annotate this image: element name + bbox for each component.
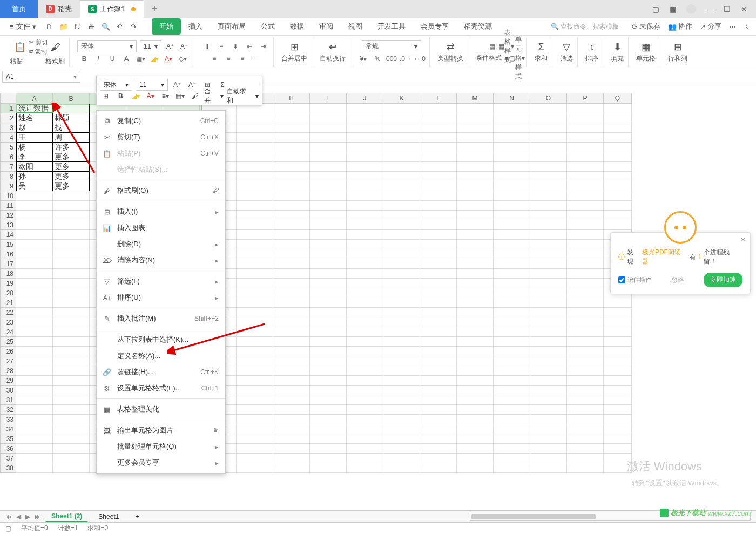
cell[interactable] [494,230,530,240]
cell[interactable] [457,376,494,386]
cell[interactable] [604,104,632,113]
cell[interactable] [567,424,604,434]
ctx-comment[interactable]: ✎插入批注(M)Shift+F2 [97,310,225,327]
ctx-batch[interactable]: 批量处理单元格(Q)▸ [97,438,225,455]
cell[interactable] [310,211,347,220]
cell[interactable] [310,133,347,143]
typeconv-icon[interactable]: ⇄ [447,41,455,53]
cell[interactable] [530,143,567,152]
cell[interactable] [347,152,383,162]
cell[interactable] [273,104,310,113]
cell[interactable] [16,434,53,444]
cell[interactable] [567,298,604,308]
font-color-icon[interactable]: A▾ [163,53,174,64]
cell[interactable] [310,181,347,191]
cell[interactable] [604,347,632,356]
strike-icon[interactable]: A̶ [121,53,132,64]
cell[interactable] [310,376,347,386]
cell[interactable] [494,434,530,444]
ctx-delete[interactable]: 删除(D)▸ [97,236,225,252]
cell[interactable] [494,172,530,181]
cell[interactable] [383,405,420,415]
cell[interactable] [567,191,604,201]
border-icon[interactable]: ▦▾ [135,53,146,64]
cell[interactable] [457,415,494,424]
cell[interactable] [457,366,494,376]
cell[interactable] [420,327,457,337]
toast-close-icon[interactable]: ✕ [740,236,746,244]
mini-fillcolor-icon[interactable]: ◢▾ [130,90,141,102]
cell[interactable] [16,269,53,279]
fill-icon[interactable]: ⬇ [613,41,622,53]
cell[interactable] [383,181,420,191]
cell[interactable] [530,113,567,123]
cell[interactable] [420,220,457,230]
cell[interactable] [53,463,90,473]
cell[interactable] [16,337,53,347]
cell[interactable] [494,327,530,337]
cell[interactable] [420,191,457,201]
font-family-select[interactable]: 宋体▾ [77,40,137,52]
cell[interactable] [604,356,632,366]
cell[interactable] [420,279,457,288]
cell[interactable] [457,405,494,415]
cell[interactable] [53,327,90,337]
align-bot-icon[interactable]: ⬇ [230,41,241,52]
cell[interactable] [457,288,494,298]
cell[interactable] [420,259,457,269]
cell[interactable] [310,249,347,259]
qat-undo-icon[interactable]: ↶ [115,23,125,31]
col-header-I[interactable]: I [310,93,347,104]
cell[interactable] [420,181,457,191]
cell[interactable] [420,201,457,211]
cell[interactable] [457,298,494,308]
cell[interactable] [567,288,604,298]
cell[interactable] [530,405,567,415]
cellstyle-icon[interactable]: ▢ 单元格样式▾ [511,53,522,64]
cell[interactable] [53,298,90,308]
cell[interactable] [457,424,494,434]
cell[interactable] [530,376,567,386]
cell[interactable] [310,269,347,279]
fill-color-icon[interactable]: ◢▾ [149,53,160,64]
cell[interactable] [53,386,90,395]
qat-open-icon[interactable]: 📁 [59,23,69,31]
cell[interactable] [273,152,310,162]
cell[interactable] [237,269,273,279]
row-header[interactable]: 34 [0,424,16,434]
sort-icon[interactable]: ↕ [590,42,595,53]
cell[interactable] [237,386,273,395]
cell[interactable] [237,395,273,405]
cell[interactable] [457,356,494,366]
cell[interactable] [310,230,347,240]
cell[interactable] [53,434,90,444]
cell[interactable]: 孙 [16,172,53,181]
cell[interactable] [273,269,310,279]
cell[interactable] [347,434,383,444]
cell[interactable] [567,113,604,123]
cell[interactable] [457,113,494,123]
cell[interactable] [530,347,567,356]
cell[interactable] [457,220,494,230]
cell[interactable] [237,230,273,240]
ctx-more-member[interactable]: 更多会员专享▸ [97,455,225,471]
cell[interactable] [457,162,494,172]
cell[interactable] [16,415,53,424]
cell[interactable] [347,347,383,356]
comma-icon[interactable]: 000 [386,53,397,64]
cell[interactable] [530,356,567,366]
cell[interactable] [420,395,457,405]
row-header[interactable]: 37 [0,454,16,463]
cell[interactable] [53,211,90,220]
cell[interactable] [53,415,90,424]
cell[interactable] [273,327,310,337]
cell[interactable] [604,376,632,386]
cell[interactable] [347,191,383,201]
mini-rowcol-icon[interactable]: ⊞ [100,90,112,102]
cell[interactable] [604,434,632,444]
cell[interactable]: 杨 [16,143,53,152]
cell[interactable] [530,279,567,288]
cell[interactable] [494,249,530,259]
close-button[interactable]: ✕ [740,5,748,13]
collapse-ribbon-icon[interactable]: ㄑ [744,22,751,31]
